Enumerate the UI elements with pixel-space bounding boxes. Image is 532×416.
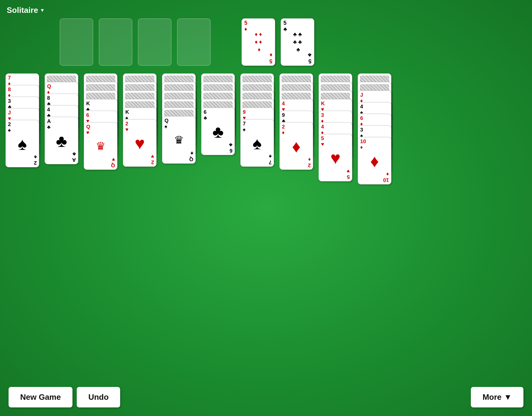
tableau-col-2: K♣K♣6♥6♥♥ ♥ ♥ ♥ ♥ ♥Q♥Q♥♛	[84, 73, 117, 170]
card-face-up[interactable]: 7♠7♠♠	[240, 119, 274, 167]
tableau-col-8: K♥K♥3♦3♦♦ ♦ ♦4♦4♦♦ ♦ ♦ ♦5♥5♥♥	[319, 73, 352, 181]
card-face-up[interactable]: Q♥Q♥♛	[84, 122, 117, 170]
foundation-area	[60, 18, 211, 66]
bottom-bar: New Game Undo More ▼	[0, 387, 532, 407]
card-face-up[interactable]: 6♣6♣♣	[201, 108, 235, 155]
new-game-button[interactable]: New Game	[9, 387, 72, 407]
tableau-col-3: K♠K♠2♥2♥♥	[123, 73, 157, 167]
tableau-col-1: Q♦Q♦8♣8♣♣ ♣ ♣ ♣ ♣ ♣ ♣ ♣4♣4♣♣ ♣ ♣ ♣A♣A♣♣	[45, 73, 78, 164]
stock-card-2[interactable]: 5♣ ♣ ♣♣ ♣ ♣ 5♣	[281, 18, 314, 66]
card-face-up[interactable]: 2♠2♠♠	[6, 120, 39, 167]
card-face-up[interactable]: A♣A♣♣	[45, 117, 78, 164]
app-title: Solitaire	[7, 6, 38, 15]
foundation-slot-4[interactable]	[177, 18, 211, 66]
more-button[interactable]: More ▼	[471, 387, 523, 407]
stock-card-1[interactable]: 5♦ ♦ ♦♦ ♦ ♦ 5♦	[242, 18, 275, 66]
stock-area: 5♦ ♦ ♦♦ ♦ ♦ 5♦ 5♣ ♣ ♣♣ ♣ ♣ 5♣	[242, 18, 314, 66]
left-buttons: New Game Undo	[9, 387, 120, 407]
foundation-slot-3[interactable]	[138, 18, 172, 66]
tableau-col-5: 6♣6♣♣	[201, 73, 235, 155]
title-arrow: ▼	[40, 8, 45, 13]
tableau-col-9: J♦J♦4♠4♠♠ ♠ ♠ ♠6♦6♦♦ ♦ ♦ ♦ ♦ ♦3♠3♠♠ ♠ ♠1…	[358, 73, 391, 184]
app-header: Solitaire ▼	[7, 6, 45, 15]
tableau-area: 7♦7♦♦ ♦ ♦ ♦ ♦ ♦ ♦8♦8♦♦ ♦ ♦ ♦ ♦ ♦ ♦ ♦3♣3♣…	[6, 73, 391, 184]
right-buttons: More ▼	[471, 387, 523, 407]
more-label: More	[482, 392, 501, 402]
card-face-up[interactable]: 2♦2♦♦	[279, 122, 313, 170]
tableau-col-7: 4♥4♥♥ ♥ ♥ ♥9♣9♣♣ ♣ ♣ ♣ ♣ ♣ ♣ ♣ ♣2♦2♦♦	[279, 73, 313, 170]
card-face-up[interactable]: 10♦10♦♦	[358, 137, 391, 184]
foundation-slot-2[interactable]	[99, 18, 132, 66]
tableau-col-0: 7♦7♦♦ ♦ ♦ ♦ ♦ ♦ ♦8♦8♦♦ ♦ ♦ ♦ ♦ ♦ ♦ ♦3♣3♣…	[6, 73, 39, 167]
undo-button[interactable]: Undo	[77, 387, 120, 407]
foundation-slot-1[interactable]	[60, 18, 93, 66]
card-face-up[interactable]: Q♠Q♠♛	[162, 116, 196, 164]
tableau-col-6: 9♥9♥♥ ♥ ♥ ♥ ♥ ♥ ♥ ♥ ♥7♠7♠♠	[240, 73, 274, 167]
tableau-col-4: Q♠Q♠♛	[162, 73, 196, 164]
card-face-up[interactable]: 5♥5♥♥	[319, 134, 352, 181]
card-face-up[interactable]: 2♥2♥♥	[123, 119, 157, 167]
more-arrow: ▼	[504, 392, 512, 402]
